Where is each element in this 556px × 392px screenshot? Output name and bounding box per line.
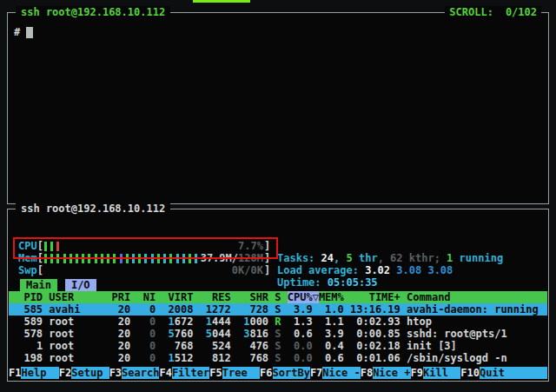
column-header-command[interactable]: Command: [407, 291, 451, 303]
cell-command: sshd: root@pts/1: [407, 328, 507, 340]
column-header-time[interactable]: TIME+: [350, 291, 400, 303]
fkey-f3-search[interactable]: F3Search: [109, 367, 160, 379]
cell-res: 5044: [200, 328, 231, 340]
cell-user: root: [49, 340, 105, 352]
cell-state: R: [275, 316, 281, 328]
cursor-block: [26, 27, 33, 38]
cell-cpu: 1.3: [281, 316, 319, 328]
cell-cpu: 3.9: [281, 303, 319, 316]
shell-prompt[interactable]: #: [14, 26, 33, 38]
cell-command: /sbin/syslogd -n: [407, 352, 507, 364]
cell-virt: 1512: [162, 352, 193, 364]
column-header-res[interactable]: RES: [200, 291, 231, 303]
fkey-label: Tree: [222, 367, 260, 379]
terminal-pane-top[interactable]: ssh root@192.168.10.112 SCROLL: 0/102 #: [7, 12, 549, 204]
cell-mem: 1.0: [319, 303, 344, 316]
cell-pid: 198: [11, 352, 43, 364]
column-header-cpu[interactable]: CPU%▽: [281, 291, 319, 303]
process-row-589[interactable]: 589root200167214441000R 1.3 1.1 0:02.93h…: [9, 316, 547, 328]
cell-state: S: [275, 340, 281, 352]
cell-time: 0:02.18: [350, 340, 400, 352]
fkey-f6-sortby[interactable]: F6SortBy: [260, 367, 310, 379]
cell-res: 524: [200, 340, 231, 352]
pane-title-bottom: ssh root@192.168.10.112: [16, 203, 170, 215]
fkey-label: Setup: [71, 367, 109, 379]
cell-shr: 768: [237, 352, 268, 364]
cell-time: 0:01.06: [350, 352, 400, 364]
cell-user: root: [49, 352, 105, 364]
tab-io[interactable]: I/O: [65, 279, 96, 291]
column-header-s[interactable]: S: [275, 291, 281, 303]
stat-segment: 05:05:35: [328, 276, 378, 289]
cell-command: init [3]: [407, 340, 457, 352]
screen-artifact-bar: [193, 0, 250, 3]
cell-virt: 5760: [162, 328, 193, 340]
fkey-label: Quit: [480, 367, 547, 379]
process-row-198[interactable]: 198root2001512812768S 0.0 0.6 0:01.06/sb…: [9, 352, 547, 364]
fkey-number: F9: [411, 367, 423, 379]
column-header-virt[interactable]: VIRT: [162, 291, 193, 303]
cell-res: 1444: [200, 316, 231, 328]
column-header-pri[interactable]: PRI: [112, 291, 131, 303]
fkey-f9-kill[interactable]: F9Kill: [411, 367, 461, 379]
cell-shr: 476: [237, 340, 268, 352]
fkey-f8-nice[interactable]: F8Nice +: [361, 367, 411, 379]
fkey-f2-setup[interactable]: F2Setup: [59, 367, 109, 379]
swp-meter-value: 0K/0K: [232, 264, 263, 276]
fkey-f1-help[interactable]: F1Help: [9, 367, 59, 379]
process-row-1[interactable]: 1root200768524476S 0.0 0.4 0:02.18init […: [9, 340, 547, 352]
process-row-585[interactable]: 585avahi20020081272728S 3.9 1.013:16.19a…: [9, 303, 547, 316]
stat-segment: Uptime:: [277, 276, 328, 289]
cell-ni: 0: [136, 303, 156, 316]
fkey-f7-nice[interactable]: F7Nice -: [310, 367, 361, 379]
cell-state: S: [275, 352, 281, 364]
screen-tabs: MainI/O: [20, 279, 104, 291]
cell-mem: 1.1: [319, 316, 344, 328]
cell-ni: 0: [136, 340, 156, 352]
cell-state: S: [275, 328, 281, 340]
column-header-user[interactable]: USER: [49, 291, 105, 303]
process-table-header: PIDUSERPRINIVIRTRESSHRS CPU%▽MEM%TIME+Co…: [9, 291, 547, 303]
cell-mem: 3.9: [319, 328, 344, 340]
cell-virt: 2008: [162, 303, 193, 316]
load-average-stat: Load average: 3.02 3.08 3.08: [277, 264, 453, 276]
cell-pri: 20: [112, 303, 131, 316]
fkey-number: F3: [109, 367, 122, 379]
fkey-label: Nice +: [373, 367, 410, 379]
cell-shr: 728: [237, 303, 268, 316]
fkey-label: Nice -: [322, 367, 360, 379]
fkey-number: F2: [59, 367, 71, 379]
cell-pri: 20: [112, 328, 131, 340]
fkey-number: F6: [260, 367, 272, 379]
fkey-f10-quit[interactable]: F10Quit: [460, 367, 547, 379]
cell-pid: 589: [11, 316, 43, 328]
column-header-ni[interactable]: NI: [136, 291, 156, 303]
cell-time: 13:16.19: [350, 303, 400, 316]
terminal-pane-bottom[interactable]: ssh root@192.168.10.112 CPU[7.7%] Tasks:…: [7, 209, 549, 382]
cell-shr: 1000: [237, 316, 268, 328]
scroll-value: 0/102: [506, 6, 537, 18]
cell-pri: 20: [112, 340, 131, 352]
cell-shr: 3816: [237, 328, 268, 340]
fkey-number: F7: [310, 367, 322, 379]
cell-ni: 0: [136, 328, 156, 340]
cell-res: 812: [200, 352, 231, 364]
tab-main[interactable]: Main: [20, 279, 57, 291]
process-row-578[interactable]: 578root200576050443816S 0.6 3.9 0:00.85s…: [9, 328, 547, 340]
column-header-pid[interactable]: PID: [11, 291, 43, 303]
fkey-number: F5: [209, 367, 222, 379]
function-key-bar: F1Help F2Setup F3SearchF4FilterF5Tree F6…: [9, 367, 547, 379]
fkey-f5-tree[interactable]: F5Tree: [209, 367, 260, 379]
cell-user: root: [49, 316, 105, 328]
cell-user: avahi: [49, 303, 105, 316]
cell-command: htop: [407, 316, 432, 328]
fkey-f4-filter[interactable]: F4Filter: [159, 367, 209, 379]
cell-ni: 0: [136, 352, 156, 364]
cell-time: 0:02.93: [350, 316, 400, 328]
prompt-char: #: [14, 26, 20, 38]
column-header-mem[interactable]: MEM%: [319, 291, 344, 303]
fkey-number: F1: [9, 367, 21, 379]
cell-time: 0:00.85: [350, 328, 400, 340]
column-header-shr[interactable]: SHR: [237, 291, 268, 303]
stat-segment: 3.02: [365, 264, 396, 276]
